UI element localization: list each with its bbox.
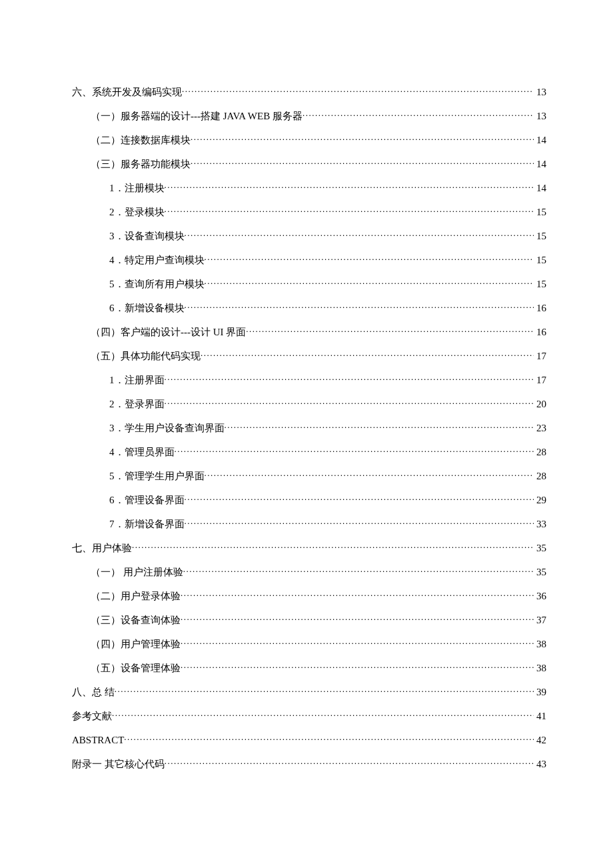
toc-entry-title: 6．管理设备界面 <box>109 494 185 506</box>
toc-entry-title: （三）设备查询体验 <box>91 614 181 626</box>
toc-entry: 参考文献41 <box>72 709 546 722</box>
toc-leader-dots <box>165 181 534 191</box>
toc-entry-page: 35 <box>534 566 546 578</box>
toc-entry: （二）连接数据库模块14 <box>72 133 546 146</box>
toc-leader-dots <box>205 469 534 479</box>
toc-leader-dots <box>225 421 534 431</box>
toc-entry-title: （三）服务器功能模块 <box>91 158 191 170</box>
toc-entry: 5．查询所有用户模块15 <box>72 277 546 290</box>
toc-leader-dots <box>165 757 534 767</box>
toc-entry-title: （二）连接数据库模块 <box>91 134 191 146</box>
toc-leader-dots <box>165 397 534 407</box>
toc-entry: （五）具体功能代码实现17 <box>72 349 546 362</box>
toc-leader-dots <box>205 253 534 263</box>
toc-entry-page: 15 <box>534 206 546 218</box>
toc-entry: 3．设备查询模块15 <box>72 229 546 242</box>
toc-entry-title: 5．管理学生用户界面 <box>109 470 205 482</box>
toc-entry-page: 17 <box>534 374 546 386</box>
toc-leader-dots <box>185 229 534 239</box>
toc-entry-title: （一） 用户注册体验 <box>91 566 183 578</box>
toc-entry-title: 4．特定用户查询模块 <box>109 254 205 266</box>
toc-entry-page: 15 <box>534 254 546 266</box>
toc-entry-page: 14 <box>534 158 546 170</box>
toc-entry-title: 附录一 其它核心代码 <box>72 758 165 770</box>
toc-entry-title: 3．设备查询模块 <box>109 230 185 242</box>
toc-leader-dots <box>182 85 534 95</box>
toc-entry-page: 17 <box>534 350 546 362</box>
toc-entry: 6．新增设备模块16 <box>72 301 546 314</box>
toc-leader-dots <box>165 205 534 215</box>
toc-leader-dots <box>181 637 534 647</box>
toc-leader-dots <box>201 349 534 359</box>
toc-entry-page: 14 <box>534 182 546 194</box>
toc-entry: 4．特定用户查询模块15 <box>72 253 546 266</box>
toc-entry-page: 38 <box>534 662 546 674</box>
toc-leader-dots <box>185 301 534 311</box>
toc-entry-title: （一）服务器端的设计---搭建 JAVA WEB 服务器 <box>91 110 303 122</box>
toc-entry-page: 28 <box>534 446 546 458</box>
toc-entry-page: 41 <box>534 710 546 722</box>
toc-entry-title: 七、用户体验 <box>72 542 132 554</box>
toc-entry-title: 1．注册模块 <box>109 182 165 194</box>
toc-entry-page: 15 <box>534 230 546 242</box>
toc-leader-dots <box>181 613 534 623</box>
toc-entry-title: 2．登录界面 <box>109 398 165 410</box>
toc-entry-title: （五）具体功能代码实现 <box>91 350 201 362</box>
toc-leader-dots <box>205 277 534 287</box>
toc-entry: 1．注册界面17 <box>72 373 546 386</box>
toc-entry: （一）服务器端的设计---搭建 JAVA WEB 服务器13 <box>72 109 546 122</box>
toc-leader-dots <box>124 733 534 743</box>
toc-leader-dots <box>191 133 534 143</box>
toc-entry-title: （五）设备管理体验 <box>91 662 181 674</box>
toc-entry-title: （四）客户端的设计---设计 UI 界面 <box>91 326 246 338</box>
toc-leader-dots <box>185 517 534 527</box>
toc-leader-dots <box>175 445 534 455</box>
toc-entry-title: ABSTRACT <box>72 734 124 746</box>
toc-entry-page: 39 <box>534 686 546 698</box>
toc-entry-page: 20 <box>534 398 546 410</box>
toc-entry-page: 35 <box>534 542 546 554</box>
toc-leader-dots <box>181 589 534 599</box>
toc-entry: （三）设备查询体验37 <box>72 613 546 626</box>
toc-entry: 6．管理设备界面29 <box>72 493 546 506</box>
toc-entry: （一） 用户注册体验35 <box>72 565 546 578</box>
toc-entry-page: 43 <box>534 758 546 770</box>
toc-leader-dots <box>115 685 534 695</box>
toc-entry: （三）服务器功能模块14 <box>72 157 546 170</box>
toc-leader-dots <box>132 541 534 551</box>
toc-entry-title: 4．管理员界面 <box>109 446 175 458</box>
toc-entry-page: 37 <box>534 614 546 626</box>
toc-entry-title: 6．新增设备模块 <box>109 302 185 314</box>
toc-entry-title: 2．登录模块 <box>109 206 165 218</box>
toc-entry-title: 参考文献 <box>72 710 112 722</box>
toc-leader-dots <box>191 157 534 167</box>
toc-entry: （四）用户管理体验38 <box>72 637 546 650</box>
toc-leader-dots <box>303 109 534 119</box>
toc-entry-page: 14 <box>534 134 546 146</box>
toc-entry-title: 5．查询所有用户模块 <box>109 278 205 290</box>
toc-leader-dots <box>183 565 534 575</box>
toc-entry-title: 1．注册界面 <box>109 374 165 386</box>
toc-leader-dots <box>112 709 534 719</box>
toc-entry-page: 36 <box>534 590 546 602</box>
toc-entry: 附录一 其它核心代码43 <box>72 757 546 770</box>
toc-entry-title: 7．新增设备界面 <box>109 518 185 530</box>
toc-entry: 1．注册模块14 <box>72 181 546 194</box>
toc-entry-title: （四）用户管理体验 <box>91 638 181 650</box>
toc-entry: 3．学生用户设备查询界面23 <box>72 421 546 434</box>
toc-entry-title: （二）用户登录体验 <box>91 590 181 602</box>
toc-entry-page: 33 <box>534 518 546 530</box>
toc-entry: （五）设备管理体验38 <box>72 661 546 674</box>
toc-entry-page: 23 <box>534 422 546 434</box>
toc-entry-title: 八、总 结 <box>72 686 115 698</box>
toc-leader-dots <box>246 325 534 335</box>
toc-entry-title: 六、系统开发及编码实现 <box>72 86 182 98</box>
toc-entry: 4．管理员界面28 <box>72 445 546 458</box>
table-of-contents: 六、系统开发及编码实现13（一）服务器端的设计---搭建 JAVA WEB 服务… <box>72 85 546 770</box>
toc-entry-page: 16 <box>534 326 546 338</box>
toc-entry: 六、系统开发及编码实现13 <box>72 85 546 98</box>
toc-leader-dots <box>181 661 534 671</box>
toc-entry-page: 38 <box>534 638 546 650</box>
toc-entry: 七、用户体验35 <box>72 541 546 554</box>
toc-entry-page: 42 <box>534 734 546 746</box>
